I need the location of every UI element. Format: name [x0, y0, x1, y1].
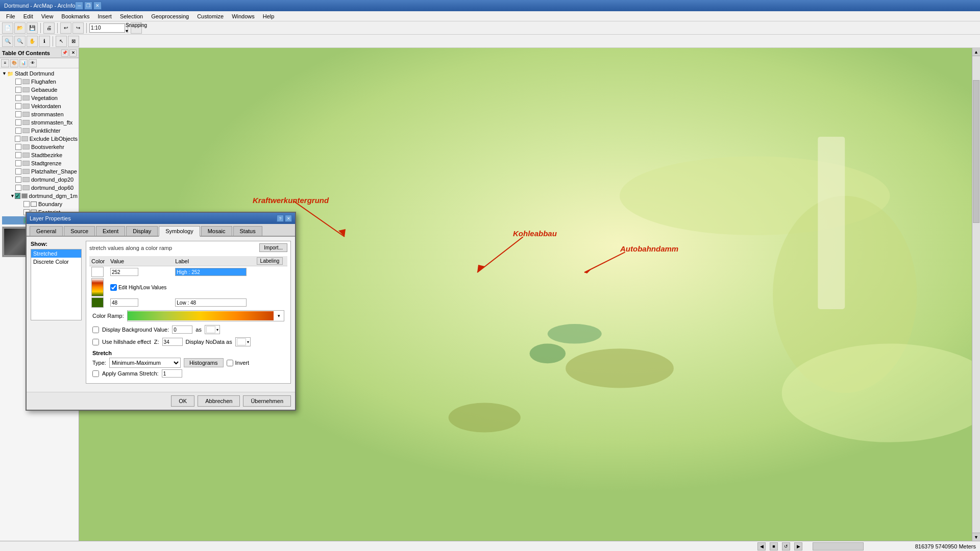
clear-selection-button[interactable]: ⊠	[68, 36, 79, 47]
menu-view[interactable]: View	[37, 12, 58, 20]
import-button[interactable]: Import...	[259, 243, 287, 252]
tab-extent[interactable]: Extent	[96, 226, 125, 236]
dialog-close-button[interactable]: ✕	[285, 215, 292, 222]
color-ramp-selector[interactable]: ▾	[127, 310, 284, 321]
checkbox-punktlichter[interactable]	[15, 128, 21, 134]
toc-layer-vegetation[interactable]: ▶ Vegetation	[2, 94, 79, 102]
identify-button[interactable]: ℹ	[39, 36, 50, 47]
stretch-type-select[interactable]: Minimum-Maximum Standard Deviations Hist…	[109, 358, 181, 368]
checkbox-vegetation[interactable]	[15, 95, 21, 101]
low-color-swatch[interactable]	[91, 297, 104, 308]
histograms-button[interactable]: Histograms	[184, 358, 224, 367]
pan-button[interactable]: ✋	[27, 36, 38, 47]
toc-layer-platzhalter[interactable]: ▶ Platzhalter_Shape	[2, 167, 79, 176]
toc-layer-strommasten-ftx[interactable]: ▶ strommasten_ftx	[2, 118, 79, 127]
save-button[interactable]: 💾	[27, 22, 38, 34]
nav-stop-button[interactable]: ■	[770, 542, 778, 550]
toc-layer-dop60[interactable]: ▶ dortmund_dop60	[2, 184, 79, 192]
zoom-in-button[interactable]: 🔍	[2, 36, 13, 47]
close-button[interactable]: ✕	[93, 2, 102, 10]
checkbox-strommasten[interactable]	[15, 111, 21, 117]
tab-display[interactable]: Display	[126, 226, 158, 236]
menu-bookmarks[interactable]: Bookmarks	[57, 12, 93, 20]
checkbox-stadtbezirke[interactable]	[15, 152, 21, 158]
gamma-value-input[interactable]	[162, 369, 182, 378]
scrollbar-up-button[interactable]: ▲	[972, 48, 980, 56]
high-label-input[interactable]: High : 252	[175, 268, 247, 276]
minimize-button[interactable]: ─	[75, 2, 83, 10]
map-scrollbar-vertical[interactable]: ▲ ▼	[972, 48, 980, 541]
toc-layer-stadtbezirke[interactable]: ▶ Stadtbezirke	[2, 151, 79, 159]
expand-icon[interactable]: ▶	[10, 87, 15, 92]
toc-src-button[interactable]: 📊	[19, 59, 28, 67]
labeling-button[interactable]: Labeling	[257, 257, 283, 265]
expand-icon-dgm[interactable]: ▼	[10, 193, 15, 198]
scrollbar-down-button[interactable]: ▼	[972, 533, 980, 541]
scrollbar-thumb[interactable]	[973, 80, 979, 223]
new-button[interactable]: 📄	[2, 22, 13, 34]
symbology-scroll-area[interactable]: Color Value Label Labeling	[86, 254, 290, 383]
checkbox-dgm[interactable]: ✓	[15, 193, 20, 199]
undo-button[interactable]: ↩	[60, 22, 71, 34]
menu-selection[interactable]: Selection	[116, 12, 147, 20]
background-color-picker[interactable]: ▾	[205, 325, 220, 334]
apply-gamma-checkbox[interactable]	[92, 370, 99, 377]
checkbox-platzhalter[interactable]	[15, 168, 21, 174]
toc-pin-button[interactable]: 📌	[61, 49, 68, 57]
nodata-color-picker[interactable]: ▾	[235, 337, 251, 346]
select-button[interactable]: ↖	[56, 36, 67, 47]
open-button[interactable]: 📂	[14, 22, 26, 34]
toc-layer-dgm[interactable]: ▼ ✓ dortmund_dgm_1m	[2, 192, 79, 200]
menu-help[interactable]: Help	[259, 12, 279, 20]
menu-geoprocessing[interactable]: Geoprocessing	[147, 12, 193, 20]
toc-root[interactable]: ▼ 📁 Stadt Dortmund	[0, 69, 79, 78]
ok-button[interactable]: OK	[171, 395, 194, 407]
toc-layer-exclude[interactable]: ▶ Exclude LibObjects	[2, 135, 79, 143]
menu-insert[interactable]: Insert	[93, 12, 116, 20]
toc-list-button[interactable]: ≡	[1, 59, 9, 67]
checkbox-vektordaten[interactable]	[15, 103, 21, 109]
tab-status[interactable]: Status	[233, 226, 262, 236]
color-gradient-swatch[interactable]	[91, 278, 104, 296]
hillshade-checkbox[interactable]	[92, 339, 99, 345]
toc-close-button[interactable]: ✕	[69, 49, 77, 57]
print-button[interactable]: 🖨	[43, 22, 55, 34]
menu-customize[interactable]: Customize	[193, 12, 228, 20]
checkbox-stadtgrenze[interactable]	[15, 160, 21, 166]
toc-layer-flughafen[interactable]: ▶ Flughafen	[2, 78, 79, 86]
menu-edit[interactable]: Edit	[19, 12, 37, 20]
background-value-checkbox[interactable]	[92, 327, 99, 333]
toc-layer-bootsverkehr[interactable]: ▶ Bootsverkehr	[2, 143, 79, 151]
low-value-input[interactable]	[110, 298, 138, 307]
background-value-input[interactable]	[172, 325, 192, 334]
toc-layer-vektordaten[interactable]: ▶ Vektordaten	[2, 102, 79, 110]
toc-layer-gebaeude[interactable]: ▶ Gebaeude	[2, 86, 79, 94]
apply-button[interactable]: Übernehmen	[243, 395, 291, 407]
dialog-help-button[interactable]: ?	[277, 215, 284, 222]
checkbox-exclude[interactable]	[15, 136, 20, 142]
cancel-button[interactable]: Abbrechen	[198, 395, 240, 407]
snapping-button[interactable]: Snapping ▾	[131, 22, 142, 34]
toc-layer-strommasten[interactable]: ▶ strommasten	[2, 110, 79, 118]
checkbox-boundary[interactable]	[23, 201, 30, 207]
checkbox-bootsverkehr[interactable]	[15, 144, 21, 150]
high-color-swatch[interactable]	[91, 267, 104, 277]
toc-sublayer-boundary[interactable]: ▶ Boundary	[2, 200, 79, 208]
toc-layer-punktlichter[interactable]: ▶ Punktlichter	[2, 127, 79, 135]
invert-checkbox[interactable]	[227, 360, 233, 366]
nav-refresh-button[interactable]: ↺	[782, 542, 790, 550]
tab-source[interactable]: Source	[64, 226, 95, 236]
checkbox-strommasten-ftx[interactable]	[15, 119, 21, 126]
toc-draw-button[interactable]: 🎨	[10, 59, 18, 67]
expand-icon[interactable]: ▶	[10, 79, 15, 84]
checkbox-dop60[interactable]	[15, 185, 21, 191]
scale-input[interactable]: 1:10	[89, 23, 125, 33]
checkbox-dop20[interactable]	[15, 177, 21, 183]
root-expand-icon[interactable]: ▼	[2, 71, 7, 76]
high-value-input[interactable]: 252	[110, 268, 138, 276]
menu-windows[interactable]: Windows	[228, 12, 259, 20]
tab-mosaic[interactable]: Mosaic	[201, 226, 232, 236]
menu-file[interactable]: File	[2, 12, 19, 20]
tab-symbology[interactable]: Symbology	[159, 226, 200, 237]
show-item-discrete[interactable]: Discrete Color	[31, 258, 81, 266]
